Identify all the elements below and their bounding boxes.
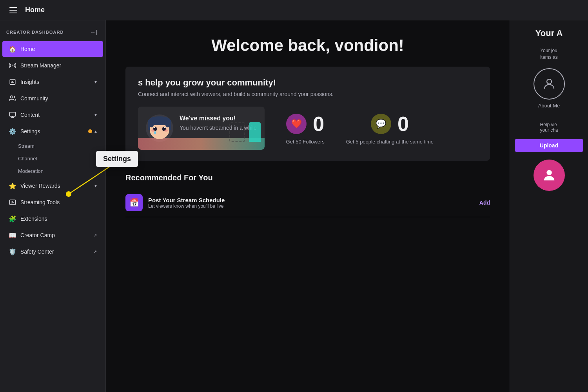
grow-title: s help you grow your community!	[138, 78, 477, 88]
followers-label: Get 50 Followers	[286, 139, 325, 145]
chevron-down-icon: ▾	[94, 183, 97, 189]
sidebar-subitem-moderation[interactable]: Moderation	[18, 165, 103, 177]
top-bar: Home	[0, 0, 588, 20]
chatters-count: 0	[397, 112, 409, 136]
sidebar-item-label: Community	[20, 95, 97, 102]
sidebar-subitem-channel[interactable]: Channel	[18, 152, 103, 165]
sidebar-item-settings[interactable]: ⚙️ Settings ▴	[2, 123, 103, 139]
main-layout: CREATOR DASHBOARD ←| 🏠 Home Stream Manag…	[0, 20, 588, 392]
avatar-circle[interactable]	[534, 68, 565, 100]
missed-title: We've missed you!	[180, 114, 257, 123]
right-panel: Your A Your jou items as About Me Help v…	[510, 20, 588, 392]
sidebar-item-safety-center[interactable]: 🛡️ Safety Center ↗	[2, 244, 103, 260]
safety-center-icon: 🛡️	[9, 248, 16, 256]
content-area: Welcome back, vondion! s help you grow y…	[106, 20, 588, 392]
chevron-down-icon: ▾	[94, 112, 97, 118]
sidebar-item-label: Safety Center	[20, 249, 92, 255]
sidebar-item-extensions[interactable]: 🧩 Extensions	[2, 211, 103, 227]
svg-point-5	[547, 79, 552, 84]
sidebar-item-home[interactable]: 🏠 Home	[2, 41, 103, 57]
sidebar-subitem-stream[interactable]: Stream	[18, 140, 103, 152]
stat-top: 💬 0	[371, 112, 409, 136]
main-content: Welcome back, vondion! s help you grow y…	[106, 20, 510, 392]
settings-subnav: Stream Channel Moderation	[0, 140, 105, 178]
recommended-item-stream-schedule: 📅 Post Your Stream Schedule Let viewers …	[125, 189, 490, 217]
rec-text: Post Your Stream Schedule Let viewers kn…	[148, 197, 474, 209]
sidebar-item-label: Home	[20, 46, 97, 52]
page-title: Home	[25, 6, 45, 14]
chat-icon: 💬	[376, 119, 386, 129]
recommended-section: Recommended For You 📅 Post Your Stream S…	[125, 173, 490, 217]
sidebar-item-label: Streaming Tools	[20, 199, 97, 205]
grow-subtitle: Connect and interact with viewers, and b…	[138, 91, 477, 97]
followers-icon-circle: ❤️	[286, 114, 307, 134]
welcome-title: Welcome back, vondion!	[125, 36, 490, 55]
sidebar-item-label: Settings	[20, 128, 86, 134]
svg-rect-4	[10, 200, 16, 205]
right-panel-title: Your A	[535, 28, 563, 38]
svg-rect-3	[10, 112, 16, 116]
sidebar-item-label: Stream Manager	[20, 62, 97, 69]
stream-manager-icon	[9, 62, 16, 69]
stats-row: We've missed you! You haven't streamed i…	[138, 107, 477, 150]
big-avatar-partial	[534, 160, 565, 191]
about-me-label: About Me	[538, 103, 560, 109]
chatters-icon-circle: 💬	[371, 114, 391, 134]
chatters-label: Get 5 people chatting at the same time	[346, 139, 434, 145]
external-link-icon: ↗	[93, 233, 97, 238]
grow-title-text: s help you grow your community!	[138, 78, 276, 87]
placeholder-box	[229, 122, 245, 142]
sidebar-item-label: Insights	[20, 79, 94, 85]
sidebar-collapse-button[interactable]: ←|	[88, 27, 99, 38]
streaming-tools-icon	[9, 198, 16, 206]
rec-add-button[interactable]: Add	[479, 200, 490, 206]
sidebar-header-label: CREATOR DASHBOARD	[6, 30, 64, 34]
community-icon	[9, 94, 16, 102]
chevron-up-icon: ▴	[94, 129, 97, 134]
settings-tooltip: Settings	[96, 151, 138, 167]
stat-top: ❤️ 0	[286, 112, 324, 136]
external-link-icon: ↗	[93, 249, 97, 254]
sidebar: CREATOR DASHBOARD ←| 🏠 Home Stream Manag…	[0, 20, 106, 392]
sidebar-item-streaming-tools[interactable]: Streaming Tools	[2, 194, 103, 210]
sidebar-item-community[interactable]: Community	[2, 91, 103, 106]
menu-button[interactable]	[6, 3, 20, 17]
recommended-title: Recommended For You	[125, 173, 490, 182]
sidebar-header: CREATOR DASHBOARD ←|	[0, 20, 105, 41]
teal-bar	[249, 122, 261, 142]
right-panel-subtitle: Your jou items as	[540, 41, 558, 60]
svg-point-2	[11, 96, 13, 98]
sidebar-item-label: Creator Camp	[20, 232, 92, 238]
chevron-down-icon: ▾	[94, 79, 97, 85]
sidebar-item-label: Extensions	[20, 216, 97, 222]
stat-chatters: 💬 0 Get 5 people chatting at the same ti…	[346, 107, 434, 150]
right-panel-help-text: Help vie your cha	[540, 116, 558, 133]
missed-subtitle: You haven't streamed in a while	[180, 124, 257, 132]
rec-item-title: Post Your Stream Schedule	[148, 197, 474, 203]
missed-card: We've missed you! You haven't streamed i…	[138, 107, 265, 150]
viewer-rewards-icon: ⭐	[9, 182, 16, 190]
sidebar-item-stream-manager[interactable]: Stream Manager	[2, 58, 103, 73]
upload-button[interactable]: Upload	[515, 139, 583, 152]
settings-icon: ⚙️	[9, 127, 16, 135]
stat-followers: ❤️ 0 Get 50 Followers	[274, 107, 337, 150]
heart-icon: ❤️	[291, 119, 302, 129]
sidebar-item-label: Viewer Rewards	[20, 183, 94, 189]
sidebar-item-content[interactable]: Content ▾	[2, 107, 103, 123]
wave-decoration	[138, 138, 265, 150]
missed-text: We've missed you! You haven't streamed i…	[180, 114, 257, 132]
sidebar-item-insights[interactable]: Insights ▾	[2, 74, 103, 90]
schedule-icon: 📅	[125, 194, 143, 211]
sidebar-item-creator-camp[interactable]: 📖 Creator Camp ↗	[2, 227, 103, 243]
home-icon: 🏠	[9, 45, 16, 53]
followers-count: 0	[313, 112, 324, 136]
svg-point-6	[546, 170, 552, 175]
sidebar-item-viewer-rewards[interactable]: ⭐ Viewer Rewards ▾	[2, 178, 103, 194]
insights-icon	[9, 78, 16, 86]
sidebar-item-label: Content	[20, 112, 94, 118]
creator-camp-icon: 📖	[9, 231, 16, 239]
content-icon	[9, 111, 16, 119]
notification-dot	[88, 129, 92, 133]
rec-item-subtitle: Let viewers know when you'll be live	[148, 203, 474, 209]
extensions-icon: 🧩	[9, 215, 16, 223]
